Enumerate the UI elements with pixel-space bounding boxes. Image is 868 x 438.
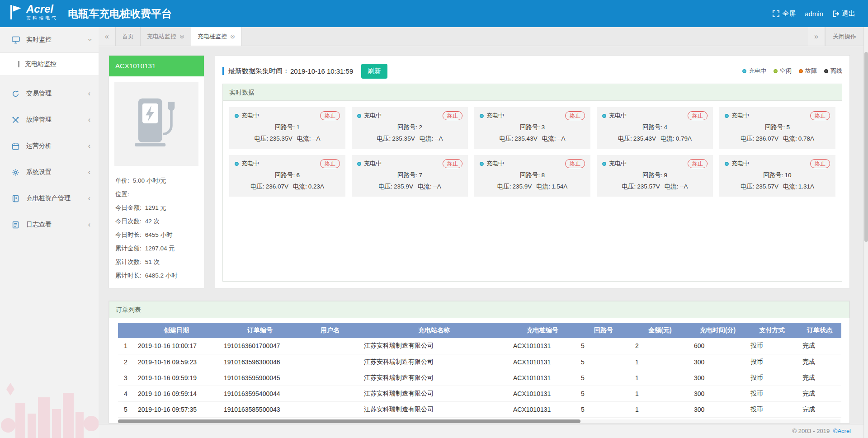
close-operations-button[interactable]: 关闭操作 (825, 27, 863, 46)
circuit-readings: 电压:236.07V电流:0.23A (235, 183, 340, 191)
sidebar-item-settings[interactable]: 系统设置 ‹ (0, 159, 99, 185)
col-station-name: 充电站名称 (359, 323, 509, 338)
circuit-readings: 电压:235.43V电流:0.79A (602, 135, 708, 143)
legend-offline: 离线 (824, 67, 842, 75)
tab-station-monitor[interactable]: 充电站监控 ⊗ (141, 27, 191, 46)
order-cell: 300 (689, 370, 746, 386)
chevron-left-icon: ‹ (88, 89, 90, 98)
terminate-button[interactable]: 终止 (443, 111, 462, 120)
col-charge-minutes: 充电时间(分) (689, 323, 746, 338)
sidebar-item-faults[interactable]: 故障管理 ‹ (0, 107, 99, 133)
tab-pile-monitor[interactable]: 充电桩监控 ⊗ (191, 27, 242, 46)
tab-close-icon[interactable]: ⊗ (179, 33, 184, 40)
terminate-button[interactable]: 终止 (320, 111, 340, 120)
order-cell: 5 (576, 338, 631, 354)
order-cell: ACX1010131 (509, 370, 576, 386)
legend-charging: 充电中 (742, 67, 766, 75)
stat-total-count: 累计次数:51 次 (115, 255, 198, 269)
main-content: ACX1010131 单价:5.00 小时/元 位置: 今日金额:1291 元 … (99, 46, 868, 438)
order-cell: 完成 (798, 386, 841, 401)
gear-icon (12, 168, 21, 176)
sidebar-item-realtime-monitor[interactable]: 实时监控 ‹ (0, 27, 99, 52)
tabs-scroll-right-button[interactable]: » (808, 27, 825, 46)
order-cell: 投币 (746, 338, 798, 354)
circuit-number: 回路号:6 (235, 171, 340, 179)
charging-dot-icon (357, 114, 361, 118)
circuit-readings: 电压:235.57V电流:--A (602, 183, 708, 191)
charging-dot-icon (725, 114, 729, 118)
stat-today-count: 今日次数:42 次 (115, 215, 198, 228)
acrel-link[interactable]: ©Acrel (833, 428, 851, 434)
order-cell: 2 (631, 338, 689, 354)
order-cell: 2019-10-16 09:59:19 (133, 370, 219, 386)
logout-label: 退出 (842, 9, 855, 18)
orders-header-row: 创建日期 订单编号 用户名 充电站名称 充电桩编号 回路号 金额(元) 充电时间… (118, 323, 841, 338)
sidebar-item-analytics[interactable]: 运营分析 ‹ (0, 133, 99, 159)
tab-label: 充电站监控 (147, 33, 176, 41)
sidebar-item-logs[interactable]: 日志查看 ‹ (0, 212, 99, 238)
logout-button[interactable]: 退出 (832, 9, 855, 18)
tabs-scroll-left-button[interactable]: « (99, 27, 116, 46)
order-cell: 2019-10-16 10:00:17 (133, 338, 219, 354)
terminate-button[interactable]: 终止 (810, 111, 830, 120)
circuit-card-9: 充电中终止 回路号:9 电压:235.57V电流:--A (597, 155, 713, 197)
order-row: 3 2019-10-16 09:59:19 1910163595900045 江… (118, 370, 841, 386)
order-cell: 江苏安科瑞制造有限公司 (359, 370, 509, 386)
terminate-button[interactable]: 终止 (688, 111, 708, 120)
fullscreen-button[interactable]: 全屏 (773, 9, 796, 18)
accent-bar (222, 67, 224, 75)
order-cell: 江苏安科瑞制造有限公司 (359, 401, 509, 417)
chevron-left-icon: ‹ (88, 116, 90, 124)
username: admin (805, 10, 823, 18)
stat-location: 位置: (115, 188, 198, 201)
charging-dot-icon (235, 114, 239, 118)
header-actions: 全屏 admin 退出 (773, 0, 855, 27)
refresh-button[interactable]: 刷新 (361, 64, 387, 79)
sidebar-item-station-monitor[interactable]: 充电站监控 (0, 52, 99, 76)
circuit-card-10: 充电中终止 回路号:10 电压:235.57V电流:1.31A (719, 155, 835, 197)
device-id: ACX1010131 (109, 56, 204, 76)
order-cell: 完成 (798, 370, 841, 386)
vertical-scrollbar[interactable] (863, 27, 868, 438)
circuit-card-6: 充电中终止 回路号:6 电压:236.07V电流:0.23A (229, 155, 345, 197)
legend-idle: 空闲 (774, 67, 792, 75)
col-amount: 金额(元) (631, 323, 689, 338)
terminate-button[interactable]: 终止 (810, 159, 830, 168)
chevron-left-icon: ‹ (88, 194, 90, 203)
terminate-button[interactable]: 终止 (320, 159, 340, 168)
order-row: 4 2019-10-16 09:59:14 1910163595400044 江… (118, 386, 841, 401)
terminate-button[interactable]: 终止 (565, 111, 585, 120)
active-marker (18, 61, 19, 67)
order-cell: 5 (576, 354, 631, 370)
chevron-left-icon: ‹ (88, 142, 90, 150)
horizontal-scrollbar[interactable] (118, 419, 840, 423)
page-title: 电瓶车充电桩收费平台 (68, 0, 172, 27)
device-icon-box (114, 82, 198, 166)
charging-pile-icon (132, 94, 181, 155)
terminate-button[interactable]: 终止 (565, 159, 585, 168)
charging-dot-icon (357, 162, 361, 166)
order-cell: 投币 (746, 370, 798, 386)
charging-dot-icon (742, 69, 746, 73)
tab-home[interactable]: 首页 (116, 27, 141, 46)
chevron-left-icon: ‹ (88, 168, 90, 176)
circuit-box: 充电中终止 回路号:1 电压:235.35V电流:--A 充电中终止 回路号:2… (222, 101, 842, 282)
circuit-number: 回路号:9 (602, 171, 708, 179)
stat-today-amount: 今日金额:1291 元 (115, 201, 198, 215)
order-cell: 600 (689, 338, 746, 354)
logout-icon (832, 10, 839, 17)
horizontal-scrollbar-thumb[interactable] (118, 419, 580, 423)
brand-text: Acrel 安科瑞电气 (26, 3, 58, 21)
tab-close-icon[interactable]: ⊗ (230, 33, 235, 40)
app-header: Acrel 安科瑞电气 电瓶车充电桩收费平台 全屏 admin 退出 (0, 0, 868, 27)
sidebar-item-pile-assets[interactable]: 充电桩资产管理 ‹ (0, 185, 99, 212)
col-pile-no: 充电桩编号 (509, 323, 576, 338)
sidebar-item-transactions[interactable]: 交易管理 ‹ (0, 80, 99, 107)
terminate-button[interactable]: 终止 (688, 159, 708, 168)
calendar-icon (12, 142, 21, 150)
col-pay-method: 支付方式 (746, 323, 798, 338)
circuit-number: 回路号:7 (357, 171, 462, 179)
col-username: 用户名 (301, 323, 359, 338)
terminate-button[interactable]: 终止 (443, 159, 462, 168)
vertical-scrollbar-thumb[interactable] (864, 52, 868, 242)
